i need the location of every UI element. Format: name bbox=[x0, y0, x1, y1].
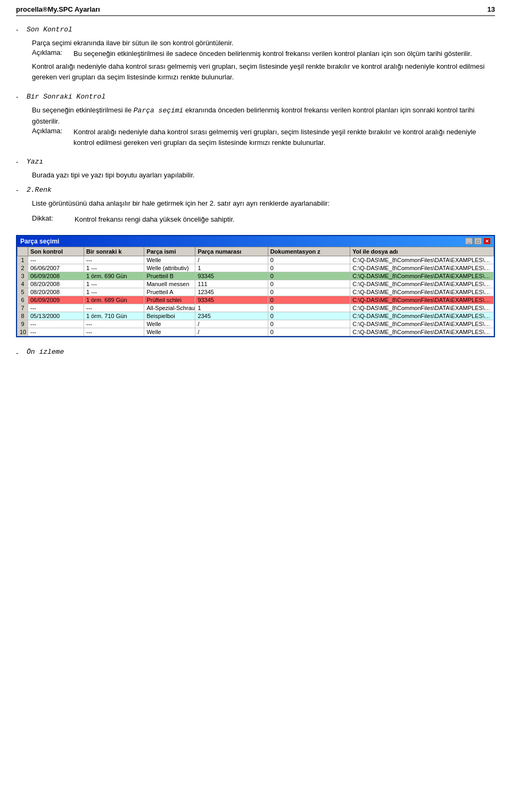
dash-4: - bbox=[16, 186, 22, 194]
cell-dokumentasyon: 0 bbox=[268, 296, 350, 304]
col-header-parca-numarasi: Parça numarası bbox=[195, 247, 268, 256]
yazi-text: Burada yazı tipi ve yazı tipi boyutu aya… bbox=[32, 170, 495, 181]
header-page-number: 13 bbox=[488, 5, 495, 13]
table-row[interactable]: 3 06/09/2008 1 örm. 690 Gün Pruetteil B … bbox=[18, 272, 494, 280]
dash-1: - bbox=[16, 26, 22, 34]
table-row[interactable]: 8 05/13/2000 1 örm. 710 Gün Beispielboi … bbox=[18, 312, 494, 320]
row-number: 8 bbox=[18, 312, 28, 320]
bir-sonraki-title-row: - Bir Sonraki Kontrol bbox=[16, 93, 495, 103]
cell-parca-numarasi: / bbox=[195, 256, 268, 264]
col-header-yol: Yol ile dosya adı bbox=[350, 247, 494, 256]
cell-yol: C:\Q-DAS\ME_8\CommonFiles\DATA\EXAMPLES\… bbox=[350, 296, 494, 304]
cell-son-kontrol: 06/09/2009 bbox=[28, 296, 84, 304]
row-number: 7 bbox=[18, 304, 28, 312]
cell-parca-ismi: Welle bbox=[144, 256, 195, 264]
renk-title-row: - 2.Renk bbox=[16, 186, 495, 196]
row-number: 4 bbox=[18, 280, 28, 288]
header-title: procella®My.SPC Ayarları bbox=[16, 5, 100, 13]
close-button[interactable]: ✕ bbox=[483, 238, 491, 245]
cell-dokumentasyon: 0 bbox=[268, 320, 350, 328]
cell-yol: C:\Q-DAS\ME_8\CommonFiles\DATA\EXAMPLES\… bbox=[350, 264, 494, 272]
cell-dokumentasyon: 0 bbox=[268, 304, 350, 312]
cell-bir-sonraki: --- bbox=[84, 320, 144, 328]
cell-son-kontrol: 05/13/2000 bbox=[28, 312, 84, 320]
cell-bir-sonraki: --- bbox=[84, 328, 144, 336]
row-number: 9 bbox=[18, 320, 28, 328]
dash-2: - bbox=[16, 93, 22, 101]
row-number: 6 bbox=[18, 296, 28, 304]
aciklama-text-2: Kontrol aralığı nedeniyle daha kontrol s… bbox=[73, 127, 495, 148]
cell-dokumentasyon: 0 bbox=[268, 264, 350, 272]
section-son-kontrol: - Son Kontrol Parça seçimi ekranında ila… bbox=[16, 26, 495, 83]
cell-bir-sonraki: 1 örm. 710 Gün bbox=[84, 312, 144, 320]
cell-yol: C:\Q-DAS\ME_8\CommonFiles\DATA\EXAMPLES\… bbox=[350, 256, 494, 264]
cell-parca-ismi: All-Spezial-Schraube (Test_All) bbox=[144, 304, 195, 312]
table-row[interactable]: 2 06/06/2007 1 --- Welle (attributiv) 1 … bbox=[18, 264, 494, 272]
table-row[interactable]: 5 08/20/2008 1 --- Pruetteil A 12345 0 C… bbox=[18, 288, 494, 296]
window-controls[interactable]: _ □ ✕ bbox=[465, 238, 491, 245]
cell-parca-ismi: Welle (attributiv) bbox=[144, 264, 195, 272]
col-header-parca-ismi: Parça ismi bbox=[144, 247, 195, 256]
cell-son-kontrol: 08/20/2008 bbox=[28, 288, 84, 296]
cell-bir-sonraki: 1 örm. 690 Gün bbox=[84, 272, 144, 280]
yazi-title-row: - Yazı bbox=[16, 158, 495, 168]
cell-son-kontrol: --- bbox=[28, 304, 84, 312]
col-header-dokumentasyon: Dokumentasyon z bbox=[268, 247, 350, 256]
section-bir-sonraki: - Bir Sonraki Kontrol Bu seçeneğin etkin… bbox=[16, 93, 495, 149]
table-row[interactable]: 1 --- --- Welle / 0 C:\Q-DAS\ME_8\Common… bbox=[18, 256, 494, 264]
renk-text: Liste görüntüsünü daha anlaşılır bir hal… bbox=[32, 198, 495, 209]
cell-parca-ismi: Beispielboi bbox=[144, 312, 195, 320]
table-row[interactable]: 9 --- --- Welle / 0 C:\Q-DAS\ME_8\Common… bbox=[18, 320, 494, 328]
data-table: Son kontrol Bir sonraki k Parça ismi Par… bbox=[17, 247, 494, 336]
cell-son-kontrol: --- bbox=[28, 320, 84, 328]
cell-dokumentasyon: 0 bbox=[268, 328, 350, 336]
cell-son-kontrol: 06/06/2007 bbox=[28, 264, 84, 272]
cell-son-kontrol: --- bbox=[28, 328, 84, 336]
cell-parca-ismi: Pruetteil A bbox=[144, 288, 195, 296]
cell-parca-numarasi: 1 bbox=[195, 264, 268, 272]
cell-yol: C:\Q-DAS\ME_8\CommonFiles\DATA\EXAMPLES\… bbox=[350, 280, 494, 288]
table-row[interactable]: 7 --- --- All-Spezial-Schraube (Test_All… bbox=[18, 304, 494, 312]
table-row[interactable]: 6 06/09/2009 1 örm. 689 Gün Prüfteil sch… bbox=[18, 296, 494, 304]
cell-dokumentasyon: 0 bbox=[268, 312, 350, 320]
cell-yol: C:\Q-DAS\ME_8\CommonFiles\DATA\EXAMPLES\… bbox=[350, 272, 494, 280]
yazi-title: Yazı bbox=[27, 158, 43, 166]
row-number: 10 bbox=[18, 328, 28, 336]
cell-bir-sonraki: 1 --- bbox=[84, 288, 144, 296]
aciklama-text-1: Bu seçeneğin etkinleştirilmesi ile sadec… bbox=[73, 48, 495, 59]
aciklama-label-2: Açıklama: bbox=[32, 127, 69, 148]
cell-son-kontrol: --- bbox=[28, 256, 84, 264]
son-kontrol-detail: Kontrol aralığı nedeniyle daha kontrol s… bbox=[32, 61, 495, 83]
table-row[interactable]: 10 --- --- Welle / 0 C:\Q-DAS\ME_8\Commo… bbox=[18, 328, 494, 336]
cell-bir-sonraki: 1 --- bbox=[84, 264, 144, 272]
minimize-button[interactable]: _ bbox=[465, 238, 473, 245]
section-on-izleme: - Ön izleme bbox=[16, 348, 495, 358]
window-titlebar: Parça seçimi _ □ ✕ bbox=[17, 236, 494, 247]
cell-dokumentasyon: 0 bbox=[268, 256, 350, 264]
col-header-son-kontrol: Son kontrol bbox=[28, 247, 84, 256]
cell-parca-ismi: Manuell messen bbox=[144, 280, 195, 288]
cell-parca-ismi: Pruetteil B bbox=[144, 272, 195, 280]
maximize-button[interactable]: □ bbox=[474, 238, 482, 245]
cell-parca-numarasi: 1 bbox=[195, 304, 268, 312]
bir-sonraki-line1: Bu seçeneğin etkinleştirilmesi ile Parça… bbox=[32, 105, 495, 127]
son-kontrol-aciklama: Açıklama: Bu seçeneğin etkinleştirilmesi… bbox=[32, 48, 495, 59]
dikkat-text: Kontrol frekansı rengi daha yüksek öncel… bbox=[75, 214, 495, 225]
cell-bir-sonraki: 1 --- bbox=[84, 280, 144, 288]
cell-dokumentasyon: 0 bbox=[268, 288, 350, 296]
dikkat-label: Dikkat: bbox=[32, 214, 69, 225]
aciklama-label-1: Açıklama: bbox=[32, 48, 69, 59]
cell-parca-numarasi: / bbox=[195, 328, 268, 336]
window-title: Parça seçimi bbox=[20, 238, 59, 245]
cell-bir-sonraki: --- bbox=[84, 256, 144, 264]
cell-parca-numarasi: 2345 bbox=[195, 312, 268, 320]
cell-parca-ismi: Prüfteil schlei bbox=[144, 296, 195, 304]
row-number: 3 bbox=[18, 272, 28, 280]
col-header-num bbox=[18, 247, 28, 256]
table-row[interactable]: 4 08/20/2008 1 --- Manuell messen 111 0 … bbox=[18, 280, 494, 288]
dash-5: - bbox=[16, 349, 22, 357]
cell-yol: C:\Q-DAS\ME_8\CommonFiles\DATA\EXAMPLES\… bbox=[350, 328, 494, 336]
on-izleme-title: Ön izleme bbox=[27, 348, 64, 356]
bir-sonraki-title: Bir Sonraki Kontrol bbox=[27, 93, 105, 101]
cell-bir-sonraki: --- bbox=[84, 304, 144, 312]
